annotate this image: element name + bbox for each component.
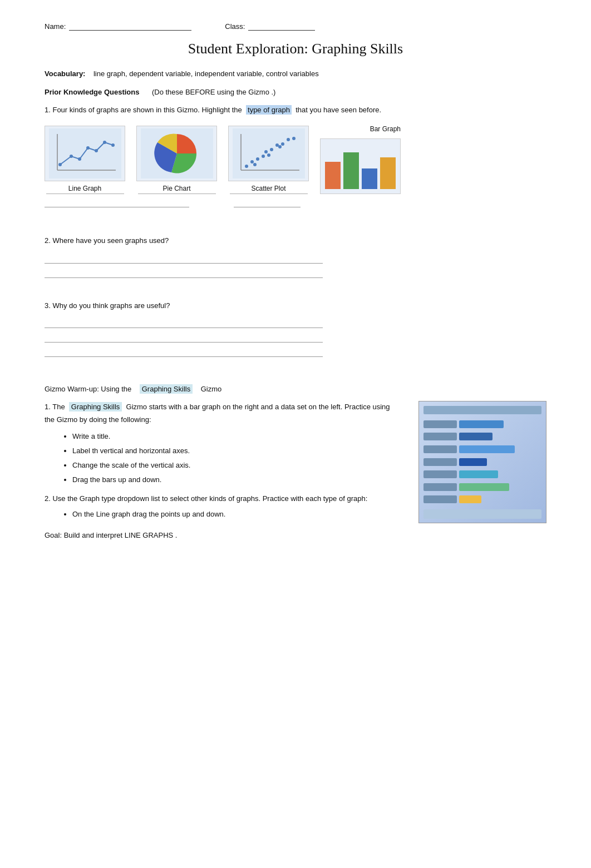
- gizmo-fill3: [459, 445, 515, 453]
- name-input[interactable]: [69, 23, 191, 31]
- gizmo-row5: [423, 469, 541, 480]
- gizmo-row6: [423, 482, 541, 493]
- gizmo-row1: [423, 419, 541, 429]
- class-field: Class:: [225, 22, 315, 31]
- svg-point-5: [78, 157, 81, 161]
- answer-line-1[interactable]: [45, 197, 189, 207]
- vocab-label: Vocabulary:: [45, 70, 85, 78]
- prior-knowledge-heading: Prior Knowledge Questions: [45, 88, 139, 96]
- graph-item-pie: Pie Chart: [136, 126, 217, 194]
- bar-graph-image: [320, 138, 401, 194]
- svg-point-19: [264, 150, 268, 153]
- q3-line1[interactable]: [45, 316, 323, 328]
- svg-point-26: [267, 153, 270, 157]
- q2-line2[interactable]: [45, 266, 323, 278]
- gizmo-row7: [423, 494, 541, 505]
- svg-point-27: [278, 145, 282, 148]
- svg-point-21: [275, 143, 279, 147]
- gizmo-label5: [423, 470, 457, 478]
- bullet5: On the Line graph drag the points up and…: [72, 508, 402, 520]
- svg-point-17: [256, 157, 259, 161]
- prior-knowledge-block: Prior Knowledge Questions (Do these BEFO…: [45, 88, 546, 98]
- bar3: [362, 168, 377, 189]
- gizmo-label3: [423, 445, 457, 453]
- svg-point-25: [253, 163, 257, 166]
- scatter-plot-image: [228, 126, 309, 181]
- graph-item-line: Line Graph: [45, 126, 125, 194]
- q1-highlight: type of graph: [246, 105, 292, 115]
- gizmo-label1: [423, 420, 457, 428]
- svg-point-20: [270, 148, 273, 151]
- gizmo-row2: [423, 431, 541, 442]
- bar4: [380, 157, 396, 189]
- answer-line-2[interactable]: [234, 197, 301, 207]
- svg-point-16: [250, 160, 254, 163]
- class-label: Class:: [225, 22, 245, 31]
- svg-point-24: [292, 137, 296, 140]
- bar-chart-sim: [321, 139, 400, 194]
- warmup-p2: 2. Use the Graph type dropdown list to s…: [45, 493, 402, 505]
- gizmo-fill7: [459, 495, 481, 503]
- gizmo-fill5: [459, 470, 498, 478]
- gizmo-fill2: [459, 433, 493, 440]
- bar2: [343, 152, 359, 189]
- svg-point-6: [86, 146, 90, 150]
- q2-line1[interactable]: [45, 251, 323, 264]
- vocab-section: Vocabulary: line graph, dependent variab…: [45, 68, 546, 80]
- gizmo-label6: [423, 483, 457, 491]
- warmup-heading: Gizmo Warm-up: Using the Graphing Skills…: [45, 385, 546, 393]
- bullet1: Write a title.: [72, 430, 402, 443]
- svg-rect-0: [49, 128, 121, 178]
- header: Name: Class:: [45, 22, 546, 31]
- question3-block: 3. Why do you think graphs are useful?: [45, 300, 546, 358]
- warmup-gizmo-label: Gizmo: [201, 385, 222, 393]
- vocab-items: line graph, dependent variable, independ…: [93, 70, 319, 78]
- gizmo-label2: [423, 433, 457, 440]
- prior-knowledge-subheading: (Do these BEFORE using the Gizmo .): [152, 88, 276, 96]
- line-graph-label: Line Graph: [46, 185, 124, 194]
- page-title: Student Exploration: Graphing Skills: [45, 41, 546, 57]
- svg-point-7: [95, 149, 98, 152]
- svg-point-22: [281, 142, 284, 146]
- gizmo-label4: [423, 458, 457, 466]
- bar1: [325, 162, 341, 189]
- gizmo-row3: [423, 444, 541, 455]
- line-graph-image: [45, 126, 125, 181]
- q3-text: 3. Why do you think graphs are useful?: [45, 300, 546, 312]
- svg-point-23: [287, 138, 290, 141]
- goal-line: Goal: Build and interpret LINE GRAPHS .: [45, 529, 402, 542]
- q1-answer-lines: [45, 197, 546, 207]
- bullet3: Change the scale of the vertical axis.: [72, 459, 402, 472]
- gizmo-bottom-bar: [423, 509, 541, 519]
- q2-text: 2. Where have you seen graphs used?: [45, 235, 546, 247]
- graphs-row: Line Graph Pie Chart: [45, 125, 546, 194]
- svg-point-3: [58, 163, 62, 166]
- gizmo-fill1: [459, 420, 504, 428]
- gizmo-screenshot: [418, 401, 546, 523]
- svg-point-4: [70, 155, 73, 158]
- warmup-body: 1. The Graphing Skills Gizmo starts with…: [45, 401, 546, 542]
- svg-point-18: [262, 155, 265, 158]
- warmup-bullets1: Write a title. Label th vertical and hor…: [72, 430, 402, 486]
- pie-chart-label: Pie Chart: [138, 185, 216, 194]
- svg-point-15: [245, 165, 248, 168]
- warmup-label: Gizmo Warm-up: Using the: [45, 385, 131, 393]
- q3-line3[interactable]: [45, 345, 323, 357]
- name-field: Name:: [45, 22, 191, 31]
- question1: 1. Four kinds of graphs are shown in thi…: [45, 104, 546, 116]
- q3-line2[interactable]: [45, 330, 323, 343]
- graph-item-scatter: Scatter Plot: [228, 126, 309, 194]
- gizmo-fill6: [459, 483, 509, 491]
- warmup-text-block: 1. The Graphing Skills Gizmo starts with…: [45, 401, 402, 542]
- class-input[interactable]: [248, 23, 315, 31]
- warmup-bullets2: On the Line graph drag the points up and…: [72, 508, 402, 520]
- svg-point-9: [111, 143, 115, 147]
- svg-point-8: [103, 141, 106, 144]
- q1-text: 1. Four kinds of graphs are shown in thi…: [45, 106, 242, 114]
- q1-text2: that you have seen before.: [296, 106, 381, 114]
- name-label: Name:: [45, 22, 66, 31]
- warmup-p1-start: 1. The: [45, 403, 65, 411]
- scatter-plot-label: Scatter Plot: [230, 185, 308, 194]
- warmup-p1: 1. The Graphing Skills Gizmo starts with…: [45, 401, 402, 425]
- question2-block: 2. Where have you seen graphs used?: [45, 235, 546, 278]
